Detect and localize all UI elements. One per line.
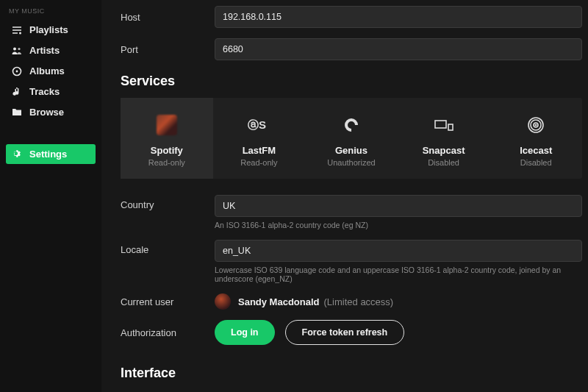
field-port: Port: [121, 38, 582, 60]
sidebar-item-label: Tracks: [29, 86, 60, 97]
authorization-label: Authorization: [121, 327, 215, 338]
sidebar-item-label: Browse: [29, 107, 64, 118]
service-status: Unauthorized: [309, 158, 393, 167]
field-locale: Locale Lowercase ISO 639 language code a…: [121, 240, 582, 283]
current-user-note: (Limited access): [324, 296, 394, 307]
spotify-icon: [125, 113, 209, 138]
port-label: Port: [121, 44, 215, 55]
sidebar-item-albums[interactable]: Albums: [6, 61, 96, 81]
host-input[interactable]: [215, 6, 582, 28]
service-status: Read-only: [218, 158, 301, 167]
host-label: Host: [121, 12, 215, 23]
login-button[interactable]: Log in: [215, 320, 275, 345]
sidebar-header: MY MUSIC: [6, 6, 96, 19]
service-status: Read-only: [125, 158, 209, 167]
lastfm-icon: ⓐS: [218, 113, 301, 138]
gear-icon: [12, 149, 22, 160]
locale-hint: Lowercase ISO 639 language code and an u…: [215, 266, 582, 283]
sidebar-item-playlists[interactable]: Playlists: [6, 20, 96, 40]
service-name: LastFM: [218, 145, 301, 156]
playlist-icon: [12, 26, 22, 35]
field-country: Country An ISO 3166-1 alpha-2 country co…: [121, 195, 582, 229]
artists-icon: [12, 46, 22, 55]
interface-title: Interface: [121, 366, 582, 381]
country-label: Country: [121, 195, 215, 210]
sidebar-item-label: Settings: [29, 149, 67, 160]
svg-rect-10: [448, 124, 453, 130]
svg-point-4: [13, 47, 16, 50]
field-authorization: Authorization Log in Force token refresh: [121, 320, 582, 345]
service-spotify[interactable]: Spotify Read-only: [121, 98, 213, 179]
service-status: Disabled: [402, 158, 486, 167]
service-name: Spotify: [125, 145, 209, 156]
svg-point-14: [535, 124, 537, 126]
avatar: [215, 293, 231, 310]
sidebar-item-label: Artists: [29, 45, 60, 56]
current-user-label: Current user: [121, 296, 215, 307]
service-snapcast[interactable]: Snapcast Disabled: [398, 98, 490, 179]
locale-input[interactable]: [215, 240, 582, 262]
service-icecast[interactable]: Icecast Disabled: [490, 98, 582, 179]
sidebar: MY MUSIC Playlists Artists Albums Tracks…: [0, 0, 101, 392]
current-user-name: Sandy Macdonald: [238, 296, 320, 307]
icecast-icon: [494, 113, 578, 138]
sidebar-item-artists[interactable]: Artists: [6, 40, 96, 60]
services-tabs: Spotify Read-only ⓐS LastFM Read-only Ge…: [121, 98, 582, 179]
svg-text:ⓐS: ⓐS: [248, 118, 266, 131]
svg-point-5: [18, 47, 20, 49]
country-hint: An ISO 3166-1 alpha-2 country code (eg N…: [215, 221, 582, 229]
port-input[interactable]: [215, 38, 582, 60]
field-host: Host: [121, 6, 582, 28]
sidebar-item-label: Albums: [29, 65, 65, 76]
sidebar-item-browse[interactable]: Browse: [6, 102, 96, 122]
tracks-icon: [12, 87, 22, 97]
field-current-user: Current user Sandy Macdonald (Limited ac…: [121, 293, 582, 310]
locale-label: Locale: [121, 240, 215, 255]
service-name: Genius: [309, 145, 393, 156]
sidebar-item-tracks[interactable]: Tracks: [6, 82, 96, 101]
settings-panel: Host Port Services Spotify Read-only ⓐS …: [101, 0, 588, 392]
genius-icon: [309, 113, 393, 138]
service-name: Icecast: [494, 145, 578, 156]
service-status: Disabled: [494, 158, 578, 167]
sidebar-item-settings[interactable]: Settings: [6, 144, 96, 164]
folder-icon: [12, 108, 22, 116]
svg-rect-9: [435, 121, 446, 128]
albums-icon: [12, 66, 22, 76]
country-input[interactable]: [215, 195, 582, 217]
force-refresh-button[interactable]: Force token refresh: [285, 320, 405, 345]
snapcast-icon: [402, 113, 486, 138]
svg-point-3: [19, 32, 21, 34]
service-lastfm[interactable]: ⓐS LastFM Read-only: [213, 98, 306, 179]
service-name: Snapcast: [402, 145, 486, 156]
service-genius[interactable]: Genius Unauthorized: [305, 98, 398, 179]
services-title: Services: [121, 74, 582, 89]
svg-point-7: [16, 70, 18, 72]
sidebar-item-label: Playlists: [29, 24, 68, 35]
